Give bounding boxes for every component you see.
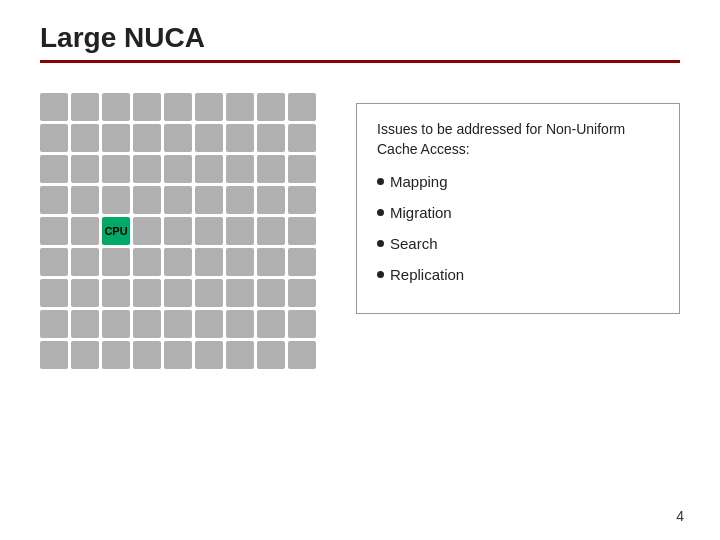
cache-cell (164, 279, 192, 307)
cache-cell (164, 155, 192, 183)
cache-cell (195, 93, 223, 121)
cache-cell (257, 93, 285, 121)
cache-cell (71, 279, 99, 307)
cache-cell (133, 248, 161, 276)
cache-cell (40, 155, 68, 183)
cache-cell (164, 186, 192, 214)
info-header: Issues to be addressed for Non-Uniform C… (377, 120, 659, 159)
cache-cell (288, 248, 316, 276)
bullet-item: Search (377, 235, 659, 252)
info-box: Issues to be addressed for Non-Uniform C… (356, 103, 680, 314)
cache-cell (164, 217, 192, 245)
cache-cell (102, 279, 130, 307)
cache-cell (71, 248, 99, 276)
cache-cell (288, 310, 316, 338)
cache-cell (226, 279, 254, 307)
cache-cell (71, 310, 99, 338)
cache-cell (40, 279, 68, 307)
cache-cell (257, 248, 285, 276)
title-area: Large NUCA (0, 0, 720, 63)
cache-cell (133, 93, 161, 121)
cache-cell (195, 124, 223, 152)
cache-cell (133, 341, 161, 369)
cache-cell (288, 124, 316, 152)
bullet-text: Replication (390, 266, 464, 283)
cache-cell (102, 186, 130, 214)
bullet-dot-icon (377, 209, 384, 216)
cache-cell (226, 341, 254, 369)
cache-cell (102, 155, 130, 183)
bullet-item: Migration (377, 204, 659, 221)
cache-cell (257, 310, 285, 338)
page-title: Large NUCA (40, 22, 680, 54)
cache-cell (195, 279, 223, 307)
cache-cell (133, 310, 161, 338)
cache-cell (288, 279, 316, 307)
cache-cell (71, 155, 99, 183)
cache-cell (226, 248, 254, 276)
bullet-dot-icon (377, 271, 384, 278)
cache-cell (102, 248, 130, 276)
bullet-item: Replication (377, 266, 659, 283)
bullet-dot-icon (377, 240, 384, 247)
cache-cell (133, 124, 161, 152)
cache-cell (71, 186, 99, 214)
cache-cell (288, 217, 316, 245)
cache-cell (257, 155, 285, 183)
cache-cell (288, 341, 316, 369)
cache-cell (71, 93, 99, 121)
cache-cell (71, 341, 99, 369)
cache-cell (226, 155, 254, 183)
cache-cell (71, 217, 99, 245)
slide: Large NUCA CPU Issues to be addressed fo… (0, 0, 720, 540)
cache-cell (164, 124, 192, 152)
cache-cell (288, 186, 316, 214)
cache-cell (102, 341, 130, 369)
cache-cell (288, 93, 316, 121)
cache-cell (102, 310, 130, 338)
bullet-text: Search (390, 235, 438, 252)
bullet-list: MappingMigrationSearchReplication (377, 173, 659, 283)
cache-cell (40, 248, 68, 276)
bullet-dot-icon (377, 178, 384, 185)
bullet-text: Mapping (390, 173, 448, 190)
cache-cell (40, 310, 68, 338)
cache-cell (257, 186, 285, 214)
cache-cell (195, 186, 223, 214)
cache-cell (288, 155, 316, 183)
cache-cell (40, 217, 68, 245)
cache-cell (133, 217, 161, 245)
cache-cell (164, 341, 192, 369)
cache-cell (102, 124, 130, 152)
cache-cell (226, 186, 254, 214)
cache-cell (257, 217, 285, 245)
cache-cell (226, 217, 254, 245)
cache-cell (133, 186, 161, 214)
cache-cell (195, 217, 223, 245)
cache-cell (226, 124, 254, 152)
content-area: CPU Issues to be addressed for Non-Unifo… (0, 63, 720, 369)
cache-cell (133, 279, 161, 307)
cache-cell (195, 310, 223, 338)
cache-cell (40, 186, 68, 214)
bullet-text: Migration (390, 204, 452, 221)
cache-cell (195, 155, 223, 183)
cache-cell (40, 124, 68, 152)
cache-cell (40, 341, 68, 369)
cache-grid: CPU (40, 93, 316, 369)
cache-cell (257, 279, 285, 307)
cache-cell (164, 93, 192, 121)
cache-cell (164, 248, 192, 276)
cache-cell (133, 155, 161, 183)
cache-cell (195, 248, 223, 276)
cache-cell (102, 93, 130, 121)
cache-cell (164, 310, 192, 338)
page-number: 4 (676, 508, 684, 524)
bullet-item: Mapping (377, 173, 659, 190)
cache-cell (257, 124, 285, 152)
cache-cell (226, 93, 254, 121)
cache-cell (195, 341, 223, 369)
cpu-label: CPU (102, 217, 130, 245)
cache-cell (71, 124, 99, 152)
cpu-cell: CPU (102, 217, 130, 245)
